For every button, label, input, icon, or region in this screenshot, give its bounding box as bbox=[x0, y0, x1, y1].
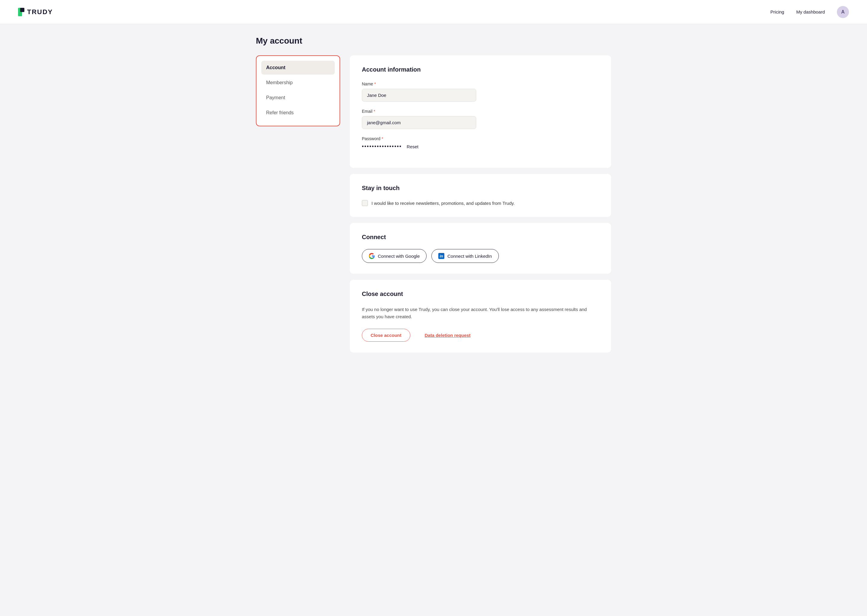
page-wrapper: My account Account Membership Payment Re… bbox=[238, 24, 629, 365]
close-account-description: If you no longer want to use Trudy, you … bbox=[362, 306, 591, 321]
password-label: Password * bbox=[362, 136, 599, 141]
email-input[interactable] bbox=[362, 116, 476, 129]
sidebar-item-refer[interactable]: Refer friends bbox=[261, 106, 335, 120]
pricing-link[interactable]: Pricing bbox=[770, 9, 784, 14]
connect-google-button[interactable]: Connect with Google bbox=[362, 249, 427, 263]
stay-in-touch-card: Stay in touch I would like to receive ne… bbox=[350, 174, 611, 217]
stay-in-touch-title: Stay in touch bbox=[362, 185, 599, 192]
sidebar-item-account[interactable]: Account bbox=[261, 61, 335, 75]
password-field-group: Password * •••••••••••••••• Reset bbox=[362, 136, 599, 150]
name-label: Name * bbox=[362, 82, 599, 86]
close-account-title: Close account bbox=[362, 291, 599, 297]
password-required: * bbox=[381, 136, 383, 141]
dashboard-link[interactable]: My dashboard bbox=[796, 9, 825, 14]
logo: TRUDY bbox=[18, 8, 53, 16]
name-input[interactable] bbox=[362, 89, 476, 102]
close-account-card: Close account If you no longer want to u… bbox=[350, 280, 611, 352]
avatar[interactable]: A bbox=[837, 6, 849, 18]
page-title: My account bbox=[256, 36, 611, 46]
logo-text: TRUDY bbox=[27, 8, 53, 16]
connect-card: Connect Connect with Google in bbox=[350, 223, 611, 274]
sidebar: Account Membership Payment Refer friends bbox=[256, 55, 340, 126]
content-layout: Account Membership Payment Refer friends… bbox=[256, 55, 611, 352]
header-nav: Pricing My dashboard A bbox=[770, 6, 849, 18]
email-label: Email * bbox=[362, 109, 599, 114]
google-icon bbox=[369, 253, 375, 259]
name-required: * bbox=[374, 82, 376, 86]
close-account-buttons: Close account Data deletion request bbox=[362, 329, 599, 342]
data-deletion-button[interactable]: Data deletion request bbox=[416, 329, 479, 342]
sidebar-item-membership[interactable]: Membership bbox=[261, 76, 335, 90]
connect-linkedin-label: Connect with LinkedIn bbox=[447, 253, 492, 259]
linkedin-icon: in bbox=[438, 253, 445, 259]
name-field-group: Name * bbox=[362, 82, 599, 102]
email-required: * bbox=[374, 109, 375, 114]
account-information-card: Account information Name * Email * bbox=[350, 55, 611, 168]
password-dots: •••••••••••••••• bbox=[362, 143, 402, 150]
sidebar-item-payment[interactable]: Payment bbox=[261, 91, 335, 105]
newsletter-label: I would like to receive newsletters, pro… bbox=[372, 201, 515, 206]
account-information-title: Account information bbox=[362, 66, 599, 73]
svg-rect-1 bbox=[20, 8, 24, 12]
reset-password-link[interactable]: Reset bbox=[407, 144, 418, 149]
newsletter-checkbox-row: I would like to receive newsletters, pro… bbox=[362, 200, 599, 206]
close-account-button[interactable]: Close account bbox=[362, 329, 410, 342]
connect-linkedin-button[interactable]: in Connect with LinkedIn bbox=[431, 249, 499, 263]
header: TRUDY Pricing My dashboard A bbox=[0, 0, 867, 24]
main-content: Account information Name * Email * bbox=[350, 55, 611, 352]
password-row: •••••••••••••••• Reset bbox=[362, 143, 599, 150]
email-field-group: Email * bbox=[362, 109, 599, 129]
newsletter-checkbox[interactable] bbox=[362, 200, 368, 206]
connect-buttons: Connect with Google in Connect with Link… bbox=[362, 249, 599, 263]
connect-title: Connect bbox=[362, 234, 599, 240]
connect-google-label: Connect with Google bbox=[378, 253, 420, 259]
